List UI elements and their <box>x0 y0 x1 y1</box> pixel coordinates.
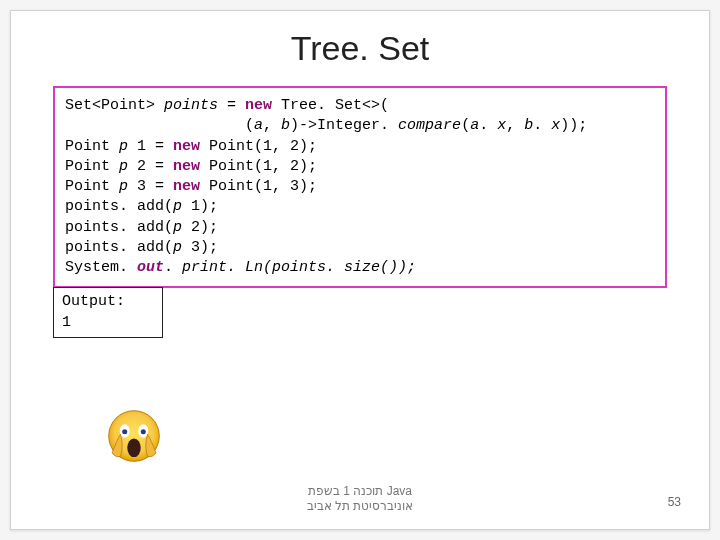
output-value: 1 <box>62 314 71 331</box>
svg-point-4 <box>141 429 146 434</box>
code-block: Set<Point> points = new Tree. Set<>( (a,… <box>53 86 667 288</box>
footer: תוכנה 1 בשפת Java אוניברסיטת תל אביב <box>11 484 709 515</box>
output-label: Output: <box>62 293 125 310</box>
slide-title: Tree. Set <box>11 29 709 68</box>
output-block: Output: 1 <box>53 287 163 338</box>
svg-point-3 <box>122 429 127 434</box>
svg-point-5 <box>127 439 141 458</box>
footer-line-2: אוניברסיטת תל אביב <box>307 499 414 515</box>
slide: Tree. Set Set<Point> points = new Tree. … <box>10 10 710 530</box>
scream-emoji-icon <box>107 409 161 467</box>
footer-line-1: תוכנה 1 בשפת Java <box>307 484 414 500</box>
page-number: 53 <box>668 495 681 509</box>
